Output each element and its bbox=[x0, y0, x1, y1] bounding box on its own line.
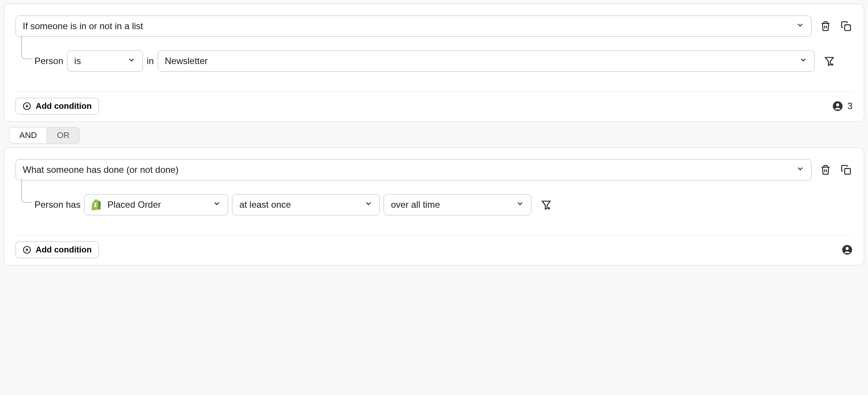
logic-and-label: AND bbox=[19, 130, 37, 140]
in-label: in bbox=[147, 56, 154, 66]
frequency-value: at least once bbox=[239, 199, 291, 210]
add-filter-button[interactable] bbox=[823, 55, 836, 67]
svg-rect-0 bbox=[845, 25, 851, 31]
segment-count bbox=[842, 245, 852, 255]
divider bbox=[16, 91, 852, 92]
logic-or-label: OR bbox=[57, 130, 69, 140]
count-value: 3 bbox=[848, 101, 852, 111]
tree-connector bbox=[16, 51, 31, 71]
condition-group-1: If someone is in or not in a list Person… bbox=[4, 4, 864, 122]
trash-icon bbox=[820, 165, 831, 175]
trash-icon bbox=[820, 21, 831, 31]
person-has-label: Person has bbox=[34, 199, 80, 210]
delete-condition-button[interactable] bbox=[819, 163, 832, 176]
segment-count: 3 bbox=[832, 101, 852, 111]
logic-operator-tabs: AND OR bbox=[9, 127, 80, 144]
chevron-down-icon bbox=[796, 165, 804, 175]
logic-and-tab[interactable]: AND bbox=[9, 127, 47, 144]
duplicate-condition-button[interactable] bbox=[840, 20, 852, 33]
svg-point-17 bbox=[846, 247, 849, 250]
event-select[interactable]: Placed Order bbox=[84, 194, 228, 215]
condition-type-row: What someone has done (or not done) bbox=[16, 159, 852, 180]
add-condition-label: Add condition bbox=[36, 101, 92, 111]
condition-group-2: What someone has done (or not done) Pers… bbox=[4, 147, 864, 265]
list-select[interactable]: Newsletter bbox=[158, 50, 815, 72]
add-filter-button[interactable] bbox=[540, 198, 553, 211]
duplicate-condition-button[interactable] bbox=[840, 163, 852, 176]
add-condition-label: Add condition bbox=[36, 245, 92, 255]
condition-type-row: If someone is in or not in a list bbox=[16, 16, 852, 37]
add-condition-button[interactable]: Add condition bbox=[16, 241, 99, 258]
chevron-down-icon bbox=[213, 199, 221, 210]
condition-type-value: What someone has done (or not done) bbox=[23, 165, 179, 175]
condition-type-value: If someone is in or not in a list bbox=[23, 21, 143, 31]
person-icon bbox=[832, 101, 843, 111]
filter-add-icon bbox=[824, 56, 835, 66]
chevron-down-icon bbox=[364, 199, 373, 210]
copy-icon bbox=[841, 21, 851, 31]
divider bbox=[16, 235, 852, 235]
chevron-down-icon bbox=[796, 21, 804, 31]
is-select[interactable]: is bbox=[67, 50, 143, 72]
timeframe-value: over all time bbox=[391, 199, 440, 210]
list-value: Newsletter bbox=[165, 56, 208, 66]
chevron-down-icon bbox=[799, 56, 807, 66]
timeframe-select[interactable]: over all time bbox=[384, 194, 531, 215]
condition-type-select[interactable]: If someone is in or not in a list bbox=[16, 16, 812, 37]
svg-point-8 bbox=[836, 103, 839, 107]
delete-condition-button[interactable] bbox=[819, 20, 832, 33]
condition-sub-row: Person is in Newsletter bbox=[16, 50, 852, 72]
shopify-icon bbox=[91, 199, 102, 210]
plus-circle-icon bbox=[23, 102, 31, 110]
is-value: is bbox=[74, 56, 81, 66]
condition-type-select[interactable]: What someone has done (or not done) bbox=[16, 159, 812, 180]
event-value: Placed Order bbox=[107, 199, 161, 210]
plus-circle-icon bbox=[23, 246, 31, 254]
logic-or-tab[interactable]: OR bbox=[47, 127, 80, 144]
chevron-down-icon bbox=[516, 199, 524, 210]
condition-sub-row: Person has Placed Order at least once ov… bbox=[16, 194, 852, 215]
chevron-down-icon bbox=[127, 56, 136, 66]
person-label: Person bbox=[34, 56, 63, 66]
add-condition-button[interactable]: Add condition bbox=[16, 98, 99, 114]
group-footer: Add condition 3 bbox=[16, 98, 852, 114]
copy-icon bbox=[841, 165, 851, 175]
frequency-select[interactable]: at least once bbox=[232, 194, 380, 215]
person-icon bbox=[842, 245, 852, 255]
filter-add-icon bbox=[541, 199, 552, 210]
tree-connector bbox=[16, 195, 31, 215]
group-footer: Add condition bbox=[16, 241, 852, 258]
svg-rect-9 bbox=[845, 169, 851, 174]
